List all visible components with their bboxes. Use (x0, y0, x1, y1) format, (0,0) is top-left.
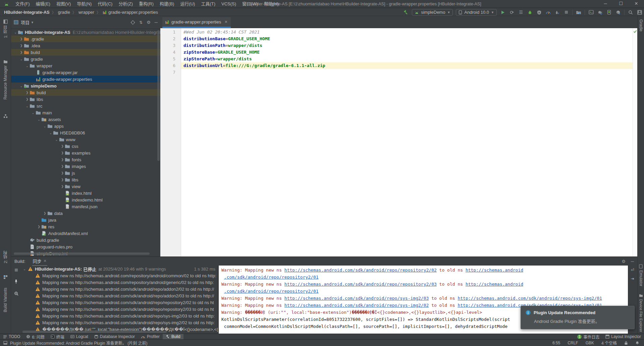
console-link[interactable]: .com/sdk/android/repo/repository2/01 (224, 289, 319, 294)
toolwindow-button--[interactable]: 终端 (48, 334, 67, 340)
hide-panel-icon[interactable]: ─ (155, 20, 158, 25)
sdk-manager-icon[interactable] (615, 9, 621, 15)
attach-debugger-icon[interactable] (554, 9, 560, 15)
toolwindow-button-build[interactable]: Build (163, 334, 183, 340)
console-link[interactable]: .com/sdk/android/repo/repository2/01 (224, 275, 319, 280)
run-configuration-select[interactable]: simpleDemo ▼ (412, 9, 453, 16)
tree-item-build[interactable]: ❯build (11, 49, 160, 56)
menu-7[interactable]: 重构(R) (136, 0, 157, 8)
code-line-1[interactable]: #Wed Jun 02 20:45:14 CST 2021 (181, 29, 633, 36)
structure-icon-slot[interactable] (0, 275, 11, 279)
build-summary-row[interactable]: ⌄HBuilder-Integrate-AS: 已停止at 2025/4/20 … (21, 266, 218, 272)
tree-item-gradle-wrapper.properties[interactable]: gradle-wrapper.properties (11, 76, 160, 82)
chevron-down-icon[interactable]: ⌄ (37, 118, 41, 121)
breadcrumb-item[interactable]: wrapper (78, 10, 94, 15)
build-warning-row[interactable]: Mapping new ns http://schemas.android.co… (21, 312, 218, 319)
chevron-right-icon[interactable]: ❯ (43, 212, 47, 215)
tree-item-proguard-rules.pro[interactable]: proguard-rules.pro (11, 243, 160, 250)
tree-horizontal-scrollbar[interactable] (14, 252, 150, 255)
console-line[interactable]: Warning: Mapping new ns http://schemas.a… (221, 281, 628, 288)
scroll-to-end-icon[interactable]: ⇥ (631, 276, 634, 281)
build-warning-row[interactable]: Mapping new ns http://schemas.android.co… (21, 272, 218, 279)
chevron-down-icon[interactable]: ⌄ (25, 104, 30, 108)
coverage-icon[interactable]: ☰ (518, 9, 524, 15)
maximize-button[interactable]: ☐ (613, 0, 629, 8)
console-link[interactable]: http://schemas.android (466, 268, 523, 273)
tree-item-manifest.json[interactable]: {;}manifest.json (11, 203, 160, 210)
toolwindow-button-structure[interactable]: 2: 结构 (0, 251, 11, 263)
tree-item-AndroidManifest.xml[interactable]: MFAndroidManifest.xml (11, 230, 160, 237)
console-line[interactable]: Warning: Mapping new ns http://schemas.a… (221, 267, 628, 274)
chevron-right-icon[interactable]: ❯ (60, 151, 65, 155)
tree-item-main[interactable]: ⌄main (11, 109, 160, 116)
device-select[interactable]: Android 10.0 ▼ (456, 9, 497, 16)
toolwindow-toggle-icon[interactable] (3, 341, 7, 345)
avatar[interactable] (637, 9, 643, 15)
menu-4[interactable]: 导航(N) (74, 0, 95, 8)
tree-item-view[interactable]: ❯view (11, 183, 160, 190)
minimize-button[interactable]: ─ (598, 0, 613, 8)
logcat-icon[interactable] (588, 9, 594, 15)
menu-10[interactable]: 工具(T) (198, 0, 218, 8)
build-warning-row[interactable]: Mapping new ns http://schemas.android.co… (21, 299, 218, 306)
chevron-down-icon[interactable]: ⌄ (19, 57, 24, 61)
filter-icon[interactable] (14, 291, 18, 296)
build-warning-row[interactable]: Mapping new ns http://schemas.android.co… (21, 319, 218, 326)
console-link[interactable]: http://schemas.android.com/sdk/android/r… (284, 296, 429, 301)
tree-item-build[interactable]: ❯build (11, 89, 160, 96)
tree-item-res[interactable]: ❯res (11, 223, 160, 230)
menu-9[interactable]: 运行(U) (177, 0, 198, 8)
chevron-right-icon[interactable]: ❯ (60, 145, 65, 148)
search-everywhere-icon[interactable] (628, 9, 634, 15)
close-tab-icon[interactable]: ✕ (224, 20, 227, 24)
tree-item-src[interactable]: ⌄src (11, 103, 160, 109)
tree-item-fonts[interactable]: ❯fonts (11, 156, 160, 163)
device-manager-icon[interactable] (576, 9, 582, 15)
tree-item-examples[interactable]: ❯examples (11, 150, 160, 156)
console-link[interactable]: http://schemas.android.com/sdk/android/r… (284, 268, 437, 273)
build-warning-row[interactable]: Mapping new ns http://schemas.android.co… (21, 292, 218, 299)
chevron-right-icon[interactable]: ❯ (60, 178, 65, 181)
tree-item-libs[interactable]: ❯libs (11, 96, 160, 103)
tree-vertical-scrollbar[interactable] (157, 30, 160, 161)
build-tab-sync[interactable]: 同步 ✕ (32, 257, 47, 266)
chevron-right-icon[interactable]: ❯ (25, 91, 30, 94)
chevron-right-icon[interactable]: ❯ (60, 158, 65, 161)
tree-item-.idea[interactable]: ❯.idea (11, 42, 160, 49)
editor-body[interactable]: 1234567 #Wed Jun 02 20:45:14 CST 2021dis… (160, 28, 637, 256)
debug-icon[interactable] (527, 9, 533, 15)
menu-6[interactable]: 分析(Z) (115, 0, 136, 8)
chevron-down-icon[interactable]: ▼ (31, 21, 34, 24)
profile-icon[interactable] (536, 9, 542, 15)
chevron-right-icon[interactable]: ❯ (25, 98, 30, 101)
tree-item-libs[interactable]: ❯libs (11, 176, 160, 183)
close-tab-icon[interactable]: ✕ (44, 259, 47, 263)
build-hammer-icon[interactable] (403, 9, 409, 15)
chevron-right-icon[interactable]: ❯ (19, 44, 24, 47)
collapse-all-icon[interactable]: ⇅ (139, 20, 143, 25)
toolwindow-button-emulator[interactable]: Emulator (638, 264, 644, 286)
tree-item-indexdemo.html[interactable]: Hindexdemo.html (11, 196, 160, 203)
toolwindow-button-resource-manager[interactable]: Resource Manager (0, 60, 11, 100)
toolwindow-button-build-variants[interactable]: Build Variants (0, 288, 11, 312)
toolwindow-button-6-[interactable]: 6: 问题 (23, 334, 47, 340)
toolwindow-button-todo[interactable]: TODO (0, 334, 23, 340)
code-line-3[interactable]: distributionPath=wrapper/dists (181, 42, 633, 49)
tree-item-build.gradle[interactable]: build.gradle (11, 237, 160, 243)
editor-tab-gradle-wrapper-properties[interactable]: gradle-wrapper.properties ✕ (162, 17, 231, 28)
toolwindow-button-favorites[interactable] (0, 114, 11, 118)
chevron-down-icon[interactable]: ⌄ (31, 111, 36, 115)
build-warning-row[interactable]: Mapping new ns http://schemas.android.co… (21, 286, 218, 292)
close-button[interactable]: ✕ (629, 0, 644, 8)
caret-position[interactable]: 6:55 (552, 341, 560, 345)
tree-item-css[interactable]: ❯css (11, 143, 160, 150)
chevron-right-icon[interactable]: ❯ (60, 185, 65, 188)
chevron-right-icon[interactable]: ❯ (19, 37, 24, 41)
tree-item-HBuilder-Integrate-AS[interactable]: ⌄HBuilder-Integrate-ASE:\1\zhuomian\daba… (11, 29, 160, 36)
editor-scrollbar-strip[interactable] (633, 28, 637, 256)
chevron-right-icon[interactable]: ❯ (60, 171, 65, 175)
indent-style[interactable]: 4 个空格 (601, 340, 617, 346)
build-warning-row[interactable]: Mapping new ns http://schemas.android.co… (21, 306, 218, 312)
tree-item-H5ED8DB06[interactable]: ⌄H5ED8DB06 (11, 129, 160, 136)
tree-item-wrapper[interactable]: ⌄wrapper (11, 62, 160, 69)
